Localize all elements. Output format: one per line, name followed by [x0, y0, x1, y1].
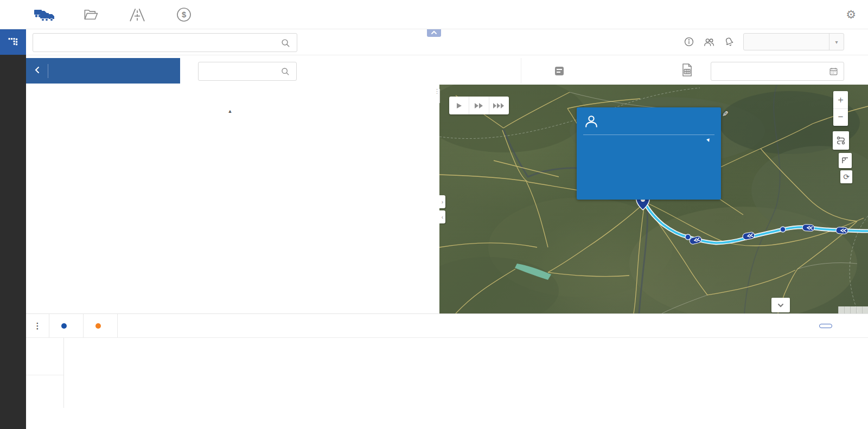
settings-gear-icon[interactable]: ⚙ — [846, 8, 856, 21]
date-range-picker[interactable] — [711, 62, 844, 81]
popup-divider — [583, 135, 714, 135]
users-icon[interactable] — [703, 36, 715, 47]
vehicle-info-popup: ▲ — [577, 107, 721, 200]
route-waypoint — [780, 227, 786, 232]
legend-item-mileage[interactable] — [84, 314, 118, 337]
vehicle-search-input[interactable] — [205, 67, 280, 76]
speed-legend-dot — [61, 323, 67, 329]
svg-text:$: $ — [182, 10, 186, 19]
map-zoom-controls: ＋ − — [833, 91, 848, 126]
sidebar-item-apps[interactable] — [0, 29, 26, 55]
route-options-button[interactable] — [833, 131, 849, 150]
route-display-toggle[interactable] — [521, 58, 564, 84]
global-search — [33, 33, 297, 52]
calendar-icon — [829, 67, 838, 76]
vehicle-search — [198, 62, 297, 81]
header-actions: ▾ — [684, 29, 844, 55]
map-canvas[interactable]: ▲ ✎ ＋ − ⟳ › ‹ — [439, 85, 868, 313]
panel-header-row — [26, 55, 868, 85]
keyboard-shortcuts-link[interactable] — [838, 306, 844, 313]
map-scale — [850, 306, 856, 313]
finance-dollar-icon[interactable]: $ — [171, 5, 196, 24]
left-sidebar — [0, 29, 26, 429]
top-bar: $ ⚙ — [0, 0, 868, 29]
export-xls-icon[interactable] — [680, 62, 694, 80]
search-bar-row: ▾ — [26, 29, 868, 55]
panel-splitter: ⋮ — [434, 85, 439, 313]
chart-menu-kebab-icon[interactable]: ⋮ — [26, 314, 49, 337]
back-chevron-icon[interactable] — [26, 66, 48, 75]
table-sort-row[interactable]: ▲ — [26, 106, 434, 117]
cargotrack-app: $ ⚙ — [0, 0, 868, 429]
panel-header-divider — [48, 64, 48, 78]
axis-group-divider — [26, 375, 63, 375]
fleet-trucks-icon[interactable] — [31, 5, 56, 24]
play-button[interactable] — [449, 97, 469, 114]
fastest-forward-button[interactable] — [489, 97, 509, 114]
zoom-in-button[interactable]: ＋ — [833, 91, 848, 109]
road-tolls-icon[interactable] — [125, 5, 150, 24]
map-attribution — [838, 306, 868, 313]
collapse-table-tab[interactable]: ‹ — [439, 210, 445, 223]
direction-arrow-icon: ▲ — [705, 137, 712, 145]
legend-item-speed[interactable] — [49, 314, 84, 337]
route-playback-controls — [449, 97, 509, 114]
chart-legend-bar: ⋮ — [26, 313, 868, 338]
timeline-chart[interactable] — [26, 337, 868, 429]
zoom-out-button[interactable]: − — [833, 109, 848, 126]
analyze-panel-header — [26, 58, 180, 84]
module-icons: $ — [31, 5, 196, 24]
mileage-legend-dot — [95, 323, 101, 329]
notifications-bell-icon[interactable] — [724, 36, 735, 47]
info-icon[interactable] — [684, 36, 694, 47]
edit-pencil-icon[interactable]: ✎ — [722, 110, 729, 118]
measure-tool-button[interactable] — [839, 153, 852, 168]
global-search-input[interactable] — [40, 38, 280, 47]
route-waypoint — [685, 234, 691, 240]
table-body — [26, 116, 434, 313]
terms-link[interactable] — [856, 306, 862, 313]
search-icon[interactable] — [280, 38, 290, 48]
documents-folder-icon[interactable] — [78, 5, 103, 24]
splitter-drag-handle[interactable]: ⋮ — [434, 89, 440, 103]
expand-table-tab[interactable]: › — [439, 195, 445, 208]
route-display-toggle-icon — [555, 67, 564, 75]
linear-graph-button[interactable] — [819, 324, 832, 328]
driver-icon — [583, 113, 599, 130]
refresh-button[interactable]: ⟳ — [840, 170, 852, 183]
vehicle-search-icon[interactable] — [280, 67, 290, 76]
report-map-error-link[interactable] — [862, 306, 868, 313]
collapse-map-button[interactable] — [771, 298, 790, 312]
fast-forward-button[interactable] — [469, 97, 489, 114]
chart-plot[interactable] — [61, 337, 852, 408]
map-data-credit — [844, 306, 850, 313]
chevron-down-icon: ▾ — [829, 34, 844, 50]
table-header — [26, 85, 434, 107]
sort-asc-icon: ▲ — [228, 108, 233, 114]
company-selector[interactable]: ▾ — [743, 33, 844, 50]
